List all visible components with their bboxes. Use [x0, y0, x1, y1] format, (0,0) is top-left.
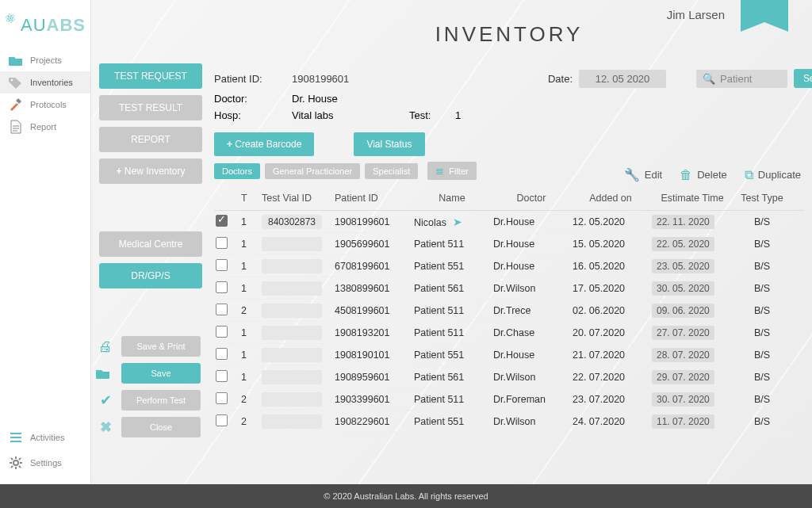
sidebar-item-protocols[interactable]: Protocols	[0, 94, 90, 116]
cell-patient: 1380899601	[335, 283, 411, 294]
table-row[interactable]: 1 1908959601 Patient 561 Dr.Wilson 22. 0…	[214, 366, 804, 388]
table-row[interactable]: 2 4508199601 Patient 511 Dr.Trece 02. 06…	[214, 300, 804, 322]
cell-estimate: 09. 06. 2020	[652, 304, 733, 318]
col-doctor[interactable]: Doctor	[493, 193, 569, 204]
cell-added: 23. 07.2020	[573, 394, 649, 405]
cell-estimate: 29. 07. 2020	[652, 370, 733, 384]
row-checkbox[interactable]	[216, 392, 228, 404]
row-checkbox[interactable]	[216, 281, 228, 293]
close-button[interactable]: Close	[121, 417, 201, 437]
delete-tool[interactable]: 🗑 Delete	[680, 168, 727, 182]
row-checkbox[interactable]	[216, 348, 228, 360]
chip-filter[interactable]: Filter	[427, 162, 476, 180]
date-value[interactable]: 12. 05 2020	[579, 70, 666, 88]
table-row[interactable]: 1 1905699601 Patient 511 Dr.House 15. 05…	[214, 233, 804, 255]
doctor-value: Dr. House	[292, 93, 403, 105]
row-checkbox[interactable]	[216, 215, 228, 227]
edit-tool[interactable]: 🔧 Edit	[624, 167, 662, 182]
table-row[interactable]: 1 1380899601 Patient 561 Dr.Wilson 17. 0…	[214, 277, 804, 300]
cell-estimate: 11. 07. 2020	[652, 414, 733, 429]
col-type[interactable]: Test Type	[736, 193, 788, 204]
col-vial[interactable]: Test Vial ID	[262, 193, 331, 204]
sidebar-item-label: Report	[30, 122, 56, 132]
cell-doctor: Dr.Wilson	[493, 372, 569, 383]
action-column: TEST REQUESTTEST RESULTREPORTNew Invento…	[91, 63, 210, 444]
medical-centre-button[interactable]: Medical Centre	[99, 231, 202, 257]
sidebar-item-report[interactable]: Report	[0, 116, 90, 138]
row-checkbox[interactable]	[216, 259, 228, 271]
col-added[interactable]: Added on	[573, 193, 649, 204]
col-patient[interactable]: Patient ID	[335, 193, 411, 204]
cell-estimate: 22. 05. 2020	[652, 237, 733, 251]
table-row[interactable]: 1 6708199601 Patient 551 Dr.House 16. 05…	[214, 255, 804, 277]
row-checkbox[interactable]	[216, 414, 228, 426]
test-request-button[interactable]: TEST REQUEST	[99, 63, 202, 89]
sidebar-item-projects[interactable]: Projects	[0, 49, 90, 71]
test-label: Test:	[409, 109, 449, 121]
table-row[interactable]: 1 840302873 1908199601 Nicolas ➤ Dr.Hous…	[214, 211, 804, 233]
table-row[interactable]: 2 1903399601 Patient 511 Dr.Foreman 23. …	[214, 388, 804, 411]
cell-name: Patient 561	[414, 372, 490, 383]
cell-name: Patient 511	[414, 305, 490, 316]
cell-patient: 1908229601	[335, 416, 411, 427]
chip-doctors[interactable]: Doctors	[214, 163, 260, 179]
search-input[interactable]	[720, 73, 783, 85]
row-checkbox[interactable]	[216, 326, 228, 338]
vial-status-button[interactable]: Vial Status	[354, 132, 424, 156]
cell-added: 22. 07.2020	[573, 372, 649, 383]
cell-added: 12. 05.2020	[573, 216, 649, 227]
footer: © 2020 Australian Labs. All rights reser…	[0, 484, 812, 508]
search-input-wrap[interactable]: 🔍	[696, 70, 787, 88]
row-checkbox[interactable]	[216, 370, 228, 382]
cell-doctor: Dr.Trece	[493, 305, 569, 316]
cell-patient: 1908199601	[335, 216, 411, 227]
cell-t: 2	[241, 305, 259, 316]
cell-type: B/S	[736, 372, 788, 383]
dr-gp-s-button[interactable]: DR/GP/S	[99, 263, 202, 288]
col-estimate[interactable]: Estimate Time	[652, 193, 733, 204]
sidebar-item-settings[interactable]: Settings	[0, 450, 90, 476]
table-row[interactable]: 1 1908190101 Patient 551 Dr.House 21. 07…	[214, 344, 804, 366]
duplicate-tool[interactable]: ⧉ Duplicate	[745, 168, 801, 182]
cell-added: 24. 07.2020	[573, 416, 649, 427]
sidebar-item-inventories[interactable]: Inventories	[0, 71, 90, 94]
save-print-button[interactable]: Save & Print	[121, 336, 201, 357]
cell-type: B/S	[736, 349, 788, 361]
cell-estimate: 23. 05. 2020	[652, 259, 733, 273]
col-t[interactable]: T	[241, 193, 259, 204]
cell-vial	[262, 414, 331, 429]
perform-test-button[interactable]: Perform Test	[121, 390, 201, 411]
cell-name: Nicolas ➤	[414, 216, 490, 228]
table-row[interactable]: 1 1908193201 Patient 511 Dr.Chase 20. 07…	[214, 322, 804, 344]
save-button[interactable]: Save	[121, 363, 201, 384]
inventory-table: T Test Vial ID Patient ID Name Doctor Ad…	[214, 189, 804, 433]
cell-vial	[262, 304, 331, 318]
new-inventory-button[interactable]: New Inventory	[99, 159, 202, 184]
chip-gp[interactable]: General Practicioner	[265, 163, 360, 179]
report-button[interactable]: REPORT	[99, 127, 202, 152]
cell-t: 1	[241, 349, 259, 361]
table-header: T Test Vial ID Patient ID Name Doctor Ad…	[214, 189, 804, 211]
cell-vial	[262, 392, 331, 407]
date-label: Date:	[501, 73, 573, 85]
cell-t: 1	[241, 283, 259, 294]
cell-doctor: Dr.House	[493, 216, 569, 227]
cell-added: 16. 05.2020	[573, 261, 649, 272]
chip-specialist[interactable]: Specialist	[365, 163, 418, 179]
delete-label: Delete	[697, 169, 727, 181]
search-button[interactable]: Search	[794, 69, 812, 88]
cell-doctor: Dr.House	[493, 349, 569, 361]
sidebar-item-activities[interactable]: Activities	[0, 425, 90, 450]
sidebar: AUABS ProjectsInventoriesProtocolsReport…	[0, 0, 91, 483]
cell-type: B/S	[736, 416, 788, 427]
col-name[interactable]: Name	[414, 193, 490, 204]
cursor-icon: ➤	[450, 216, 462, 228]
row-checkbox[interactable]	[216, 237, 228, 249]
test-result-button[interactable]: TEST RESULT	[99, 95, 202, 120]
cell-doctor: Dr.House	[493, 261, 569, 272]
table-row[interactable]: 2 1908229601 Patient 551 Dr.Wilson 24. 0…	[214, 411, 804, 433]
row-checkbox[interactable]	[216, 304, 228, 315]
create-barcode-button[interactable]: Create Barcode	[214, 132, 314, 156]
patient-id-label: Patient ID:	[214, 73, 285, 85]
svg-point-3	[10, 17, 11, 19]
